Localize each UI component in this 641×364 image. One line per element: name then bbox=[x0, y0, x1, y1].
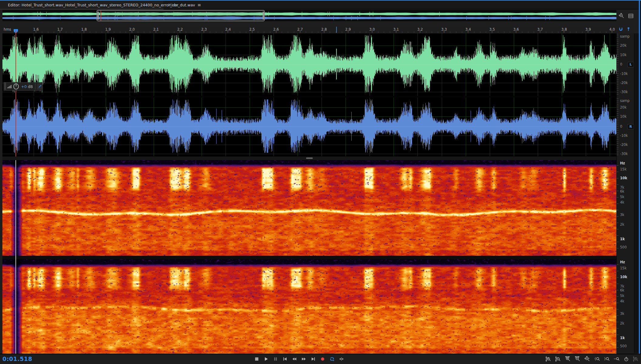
ruler-marker-line bbox=[336, 27, 337, 33]
gain-value[interactable]: +0 bbox=[21, 84, 26, 89]
scale-value-label: -20k bbox=[620, 143, 628, 147]
svg-text:‹›: ‹› bbox=[614, 357, 616, 361]
ruler-tick-label: 3.2 bbox=[417, 27, 423, 32]
zoom-in-horizontal-button[interactable] bbox=[565, 356, 571, 362]
spectrogram-left-channel-canvas[interactable] bbox=[2, 160, 616, 256]
skip-to-start-button[interactable] bbox=[282, 356, 288, 362]
viewport-left-handle[interactable] bbox=[97, 12, 99, 20]
right-channel-badge[interactable]: R bbox=[627, 124, 634, 130]
freq-value-label: 2k bbox=[620, 222, 624, 227]
mixer-tab-label: Mixer bbox=[168, 3, 179, 7]
waveform-right-channel-canvas[interactable] bbox=[2, 98, 616, 157]
waveform-left-channel-canvas[interactable] bbox=[2, 33, 616, 96]
zoom-to-out-point-button[interactable]: } bbox=[604, 356, 610, 362]
tab-editor[interactable]: Editor: Hotel_Trust_short.wav_Hotel_Trus… bbox=[0, 1, 163, 9]
zoom-out-horizontal-button[interactable] bbox=[575, 356, 581, 362]
scale-ticks bbox=[617, 165, 619, 252]
zoom-to-selection-button[interactable]: ‹› bbox=[613, 356, 619, 362]
audio-editor-window: Editor: Hotel_Trust_short.wav_Hotel_Trus… bbox=[0, 0, 641, 364]
splitter-handle[interactable] bbox=[306, 157, 313, 159]
ruler-tick-label: 3.9 bbox=[585, 27, 591, 32]
overview-viewport-rect[interactable] bbox=[97, 10, 265, 21]
freq-value-label: 15k bbox=[620, 167, 626, 171]
freq-value-label: 2k bbox=[620, 321, 624, 325]
freq-value-label: 6k bbox=[620, 189, 624, 194]
skip-cursor-button[interactable] bbox=[339, 356, 344, 362]
gain-hud[interactable]: +0 dB bbox=[4, 82, 43, 91]
ruler-tick-label: 3.5 bbox=[489, 27, 495, 32]
range-zoom-icon[interactable] bbox=[619, 13, 625, 20]
freq-value-label: 1k bbox=[620, 336, 625, 340]
left-channel-badge[interactable]: L bbox=[627, 62, 634, 67]
freq-value-label: 10k bbox=[620, 275, 627, 279]
tab-mixer[interactable]: Mixer bbox=[164, 1, 183, 9]
ruler-tick-label: 2.0 bbox=[129, 27, 135, 32]
scale-unit-label: samp bbox=[620, 34, 630, 39]
zoom-toolbar: {}‹› bbox=[545, 355, 639, 363]
scale-value-label: 0 bbox=[620, 62, 622, 66]
freq-value-label: 7k bbox=[620, 284, 624, 288]
gain-knob[interactable] bbox=[13, 83, 19, 89]
hud-separator bbox=[35, 83, 36, 89]
gain-unit: dB bbox=[28, 84, 33, 89]
scale-value-label: -10k bbox=[620, 133, 628, 138]
panel-tab-bar: Editor: Hotel_Trust_short.wav_Hotel_Trus… bbox=[0, 1, 641, 9]
zoom-out-full-button[interactable] bbox=[584, 356, 590, 362]
scale-value-label: 0 bbox=[620, 124, 622, 129]
ruler-tick-label: 3.0 bbox=[369, 27, 375, 32]
scale-ticks bbox=[617, 98, 619, 156]
panel-list-icon[interactable] bbox=[628, 13, 634, 20]
hud-drag-handle[interactable] bbox=[4, 83, 6, 90]
overview-playhead-line bbox=[101, 11, 101, 21]
freq-value-label: 4k bbox=[620, 200, 624, 204]
overview-strip[interactable] bbox=[2, 10, 616, 21]
time-display[interactable]: 0:01.518 bbox=[2, 356, 32, 362]
window-edge bbox=[640, 1, 641, 364]
viewport-right-handle[interactable] bbox=[263, 12, 264, 20]
scale-value-label: -30k bbox=[620, 152, 628, 156]
ruler-tick-label: 4.0 bbox=[609, 27, 615, 32]
ruler-tick-label: 1.9 bbox=[105, 27, 111, 32]
ruler-tick-label: 3.6 bbox=[513, 27, 519, 32]
ruler-tick-label: 2.1 bbox=[153, 27, 159, 32]
pause-button[interactable] bbox=[273, 356, 278, 362]
overview-waveform-canvas[interactable] bbox=[2, 10, 616, 21]
ruler-tick-label: 2.6 bbox=[273, 27, 279, 32]
ruler-tick-label: 2.3 bbox=[201, 27, 207, 32]
spectrogram-right-channel-canvas[interactable] bbox=[2, 259, 616, 354]
vertical-scrollbar[interactable] bbox=[634, 33, 639, 353]
zoom-to-in-point-button[interactable]: { bbox=[594, 356, 600, 362]
freq-value-label: 5k bbox=[620, 195, 624, 199]
magnet-icon[interactable] bbox=[618, 27, 623, 33]
skip-to-end-button[interactable] bbox=[310, 356, 316, 362]
ruler-tick-label: 3.3 bbox=[441, 27, 447, 32]
zoom-reset-button[interactable] bbox=[623, 356, 629, 362]
scale-ticks bbox=[617, 265, 619, 349]
stop-button[interactable] bbox=[254, 356, 259, 362]
freq-value-label: 15k bbox=[620, 266, 626, 270]
fast-forward-button[interactable] bbox=[301, 356, 306, 362]
ruler-tick-label: 3.1 bbox=[393, 27, 399, 32]
zoom-out-vertical-button[interactable] bbox=[555, 356, 561, 362]
scale-value-label: 10k bbox=[620, 114, 626, 119]
ruler-tick-label: 1.6 bbox=[33, 27, 39, 32]
scale-unit-label: samp bbox=[620, 99, 630, 103]
ruler-tick-label: 2.2 bbox=[177, 27, 183, 32]
timeline-ruler[interactable]: hms 1.61.71.81.92.02.12.22.32.42.52.62.7… bbox=[2, 27, 616, 33]
ruler-unit-label: hms bbox=[4, 27, 11, 32]
scale-value-label: -20k bbox=[620, 81, 628, 85]
panel-menu-icon[interactable]: ≡ bbox=[198, 2, 201, 7]
svg-text:}: } bbox=[604, 357, 606, 361]
ruler-tick-label: 1.7 bbox=[57, 27, 63, 32]
play-button[interactable] bbox=[263, 356, 269, 362]
freq-value-label: 500 bbox=[620, 245, 627, 249]
record-button[interactable] bbox=[320, 356, 325, 362]
loop-playback-button[interactable] bbox=[329, 356, 335, 362]
hud-pin-button[interactable] bbox=[37, 83, 43, 89]
zoom-in-disabled-button[interactable] bbox=[633, 356, 639, 362]
freq-value-label: 4k bbox=[620, 299, 624, 303]
ruler-tick-label: 2.4 bbox=[225, 27, 231, 32]
marker-pin-icon[interactable] bbox=[626, 27, 631, 33]
zoom-in-vertical-button[interactable] bbox=[545, 356, 551, 362]
rewind-button[interactable] bbox=[292, 356, 297, 362]
